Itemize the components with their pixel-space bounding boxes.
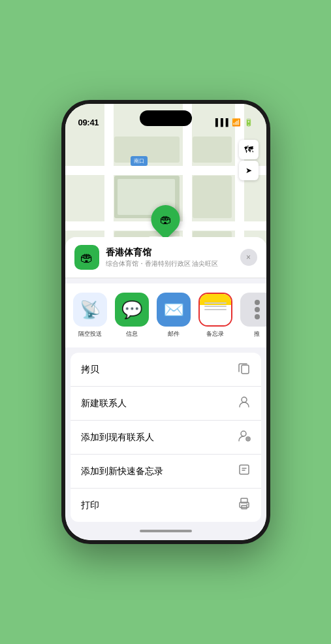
airdrop-symbol: 📡	[80, 300, 101, 320]
share-item-mail[interactable]: ✉️ 邮件	[155, 293, 192, 338]
add-note-icon	[238, 463, 251, 479]
venue-emoji: 🏟	[80, 250, 93, 265]
notes-line-3	[204, 309, 227, 310]
dynamic-island	[140, 110, 192, 126]
new-contact-icon	[238, 395, 251, 411]
pin-emoji: 🏟	[160, 213, 172, 227]
close-button[interactable]: ×	[240, 249, 257, 266]
location-icon: ➤	[245, 166, 252, 175]
status-time: 09:41	[78, 118, 99, 127]
home-indicator	[65, 522, 266, 540]
action-item-print[interactable]: 打印	[71, 489, 261, 522]
venue-info: 香港体育馆 综合体育馆・香港特别行政区 油尖旺区	[106, 247, 234, 268]
wifi-icon: 📶	[232, 118, 241, 127]
phone-frame: 09:41 ▐▐▐ 📶 🔋	[61, 100, 270, 544]
messages-symbol: 💬	[121, 300, 142, 320]
map-block	[193, 176, 232, 218]
new-contact-label: 新建联系人	[81, 398, 127, 410]
phone-screen: 09:41 ▐▐▐ 📶 🔋	[65, 104, 266, 540]
map-label-text: 南口	[134, 158, 144, 164]
venue-description: 综合体育馆・香港特别行政区 油尖旺区	[106, 259, 234, 268]
notes-icon-inner	[200, 294, 231, 325]
svg-rect-4	[240, 465, 249, 474]
mail-label: 邮件	[168, 330, 180, 338]
action-list: 拷贝 新建联系人	[71, 353, 261, 522]
battery-icon: 🔋	[244, 118, 253, 127]
share-item-messages[interactable]: 💬 信息	[114, 293, 150, 338]
home-bar	[140, 530, 192, 532]
notes-icon-container	[198, 293, 232, 327]
action-item-add-existing[interactable]: 添加到现有联系人	[71, 421, 261, 455]
svg-point-1	[242, 397, 247, 402]
pin-shape: 🏟	[145, 199, 185, 240]
pin-inner: 🏟	[155, 208, 177, 231]
airdrop-icon: 📡	[73, 293, 107, 327]
notes-label: 备忘录	[206, 330, 224, 338]
dot2	[255, 307, 260, 312]
add-existing-icon	[238, 429, 251, 445]
more-icon	[240, 293, 266, 327]
status-icons: ▐▐▐ 📶 🔋	[213, 118, 253, 127]
notes-line-1	[204, 302, 227, 304]
add-note-label: 添加到新快速备忘录	[81, 466, 163, 477]
messages-icon: 💬	[115, 293, 149, 327]
action-item-add-note[interactable]: 添加到新快速备忘录	[71, 455, 261, 489]
notes-line-2	[204, 306, 227, 307]
copy-icon	[238, 361, 251, 378]
share-item-notes[interactable]: 备忘录	[197, 293, 234, 338]
share-item-airdrop[interactable]: 📡 隔空投送	[72, 293, 108, 338]
location-button[interactable]: ➤	[239, 161, 259, 180]
airdrop-label: 隔空投送	[78, 330, 102, 338]
action-item-new-contact[interactable]: 新建联系人	[71, 387, 261, 421]
dot3	[255, 314, 260, 319]
map-label: 南口	[131, 156, 148, 166]
map-block	[193, 137, 232, 163]
mail-icon: ✉️	[157, 293, 191, 327]
dot1	[255, 300, 260, 305]
bottom-sheet: 🏟 香港体育馆 综合体育馆・香港特别行政区 油尖旺区 × 📡 隔空投送	[65, 237, 266, 540]
signal-icon: ▐▐▐	[213, 118, 228, 126]
svg-point-8	[246, 504, 247, 506]
print-label: 打印	[81, 500, 99, 511]
add-existing-label: 添加到现有联系人	[81, 432, 154, 443]
more-label: 推	[254, 330, 260, 338]
share-item-more[interactable]: 推	[239, 293, 266, 338]
action-item-copy[interactable]: 拷贝	[71, 353, 261, 387]
mail-symbol: ✉️	[163, 300, 184, 320]
svg-rect-0	[242, 365, 249, 374]
close-icon: ×	[246, 253, 251, 262]
messages-label: 信息	[126, 330, 138, 338]
print-icon	[238, 497, 251, 513]
map-icon: 🗺	[244, 144, 253, 155]
venue-icon: 🏟	[74, 245, 99, 270]
copy-label: 拷贝	[81, 364, 99, 376]
venue-header: 🏟 香港体育馆 综合体育馆・香港特别行政区 油尖旺区 ×	[65, 237, 266, 278]
svg-point-2	[241, 431, 246, 436]
map-controls: 🗺 ➤	[239, 140, 259, 180]
map-type-button[interactable]: 🗺	[239, 140, 259, 159]
venue-name: 香港体育馆	[106, 247, 234, 259]
share-actions-row: 📡 隔空投送 💬 信息 ✉️ 邮件	[65, 283, 266, 347]
